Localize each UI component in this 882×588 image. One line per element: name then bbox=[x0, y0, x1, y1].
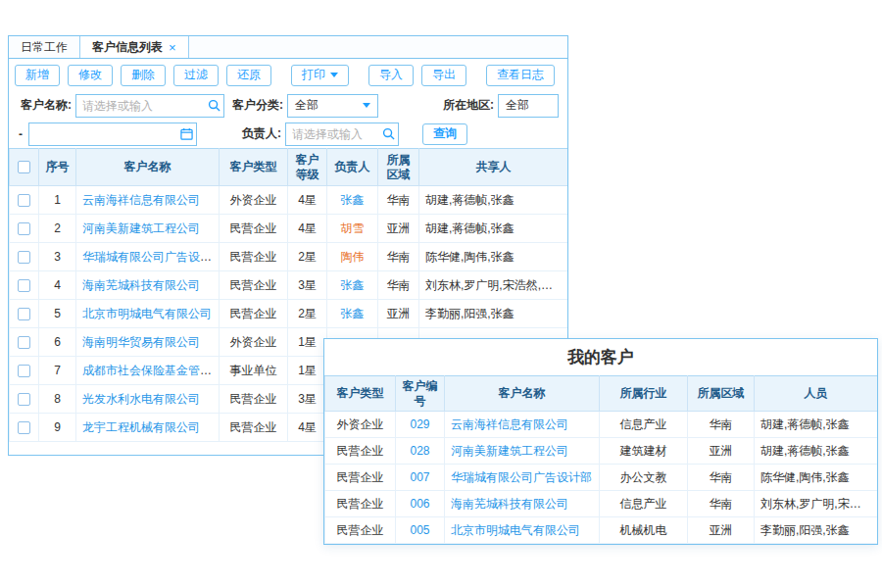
select-all-checkbox[interactable] bbox=[18, 161, 30, 173]
customer-name-link[interactable]: 海南芜城科技有限公司 bbox=[82, 278, 200, 292]
customer-name-link[interactable]: 云南海祥信息有限公司 bbox=[82, 193, 200, 207]
table-row[interactable]: 民营企业007华瑞城有限公司广告设计部办公文教华南陈华健,陶伟,张鑫 bbox=[325, 465, 878, 491]
customer-name-link[interactable]: 北京市明城电气有限公司 bbox=[451, 523, 580, 537]
owner-input[interactable] bbox=[285, 122, 399, 146]
row-number-cell: 8 bbox=[39, 385, 76, 414]
table-row[interactable]: 4海南芜城科技有限公司民营企业3星张鑫华南刘东林,罗广明,宋浩然,张鑫 bbox=[10, 271, 568, 300]
industry-cell: 信息产业 bbox=[600, 412, 688, 438]
restore-button[interactable]: 还原 bbox=[226, 65, 271, 86]
customer-code-cell: 028 bbox=[396, 438, 445, 465]
customer-name-link[interactable]: 云南海祥信息有限公司 bbox=[451, 417, 568, 431]
industry-cell: 机械机电 bbox=[600, 517, 688, 544]
import-button[interactable]: 导入 bbox=[368, 65, 414, 86]
table-row[interactable]: 民营企业028河南美新建筑工程公司建筑建材亚洲胡建,蒋德帧,张鑫 bbox=[325, 438, 878, 465]
owner-input-text[interactable] bbox=[286, 123, 378, 145]
customer-name-link[interactable]: 海南明华贸易有限公司 bbox=[82, 335, 200, 349]
row-checkbox-cell bbox=[10, 300, 39, 328]
date-range-dash: - bbox=[19, 127, 23, 141]
customer-category-select[interactable]: 全部 bbox=[287, 94, 378, 118]
owner-label: 负责人: bbox=[242, 125, 281, 142]
column-header: 人员 bbox=[755, 376, 878, 412]
tab-bar: 日常工作客户信息列表× bbox=[9, 36, 567, 59]
customer-level-cell: 2星 bbox=[288, 300, 327, 328]
tab-customer-list[interactable]: 客户信息列表× bbox=[80, 36, 189, 58]
owner-link[interactable]: 陶伟 bbox=[341, 250, 365, 264]
row-checkbox[interactable] bbox=[18, 308, 30, 320]
row-checkbox[interactable] bbox=[18, 336, 30, 349]
owner-cell: 张鑫 bbox=[327, 271, 378, 300]
customer-name-link[interactable]: 光发水利水电有限公司 bbox=[82, 392, 200, 406]
toolbar: 新增修改删除过滤还原打印导入导出查看日志 bbox=[9, 59, 567, 91]
customer-code-link[interactable]: 028 bbox=[410, 444, 429, 458]
table-row[interactable]: 2河南美新建筑工程公司民营企业4星胡雪亚洲胡建,蒋德帧,张鑫 bbox=[10, 215, 568, 243]
date-input-text[interactable] bbox=[29, 123, 176, 145]
customer-code-link[interactable]: 029 bbox=[410, 417, 429, 431]
print-button[interactable]: 打印 bbox=[291, 65, 349, 86]
customer-name-link[interactable]: 成都市社会保险基金管理... bbox=[82, 364, 220, 377]
customer-type-cell: 外资企业 bbox=[220, 186, 288, 215]
region-cell: 亚洲 bbox=[378, 300, 419, 328]
row-checkbox[interactable] bbox=[18, 421, 30, 434]
customer-level-cell: 1星 bbox=[288, 328, 327, 357]
people-cell: 陈华健,陶伟,张鑫 bbox=[755, 465, 878, 491]
shared-people-cell: 李勤丽,阳强,张鑫 bbox=[419, 300, 568, 328]
row-checkbox-cell bbox=[10, 328, 39, 357]
row-checkbox[interactable] bbox=[18, 365, 30, 377]
customer-name-link[interactable]: 龙宇工程机械有限公司 bbox=[82, 420, 200, 434]
customer-code-cell: 005 bbox=[396, 517, 445, 544]
tab-daily-work[interactable]: 日常工作 bbox=[9, 36, 80, 58]
customer-code-cell: 007 bbox=[396, 465, 445, 491]
owner-link[interactable]: 张鑫 bbox=[341, 307, 365, 320]
calendar-icon[interactable] bbox=[176, 123, 196, 145]
search-icon[interactable] bbox=[378, 123, 398, 145]
view-log-button[interactable]: 查看日志 bbox=[486, 65, 555, 86]
date-input[interactable] bbox=[28, 122, 197, 146]
search-icon[interactable] bbox=[204, 95, 223, 117]
region-select[interactable]: 全部 bbox=[498, 94, 559, 118]
button-label: 新增 bbox=[25, 67, 49, 83]
owner-link[interactable]: 张鑫 bbox=[341, 278, 365, 292]
table-row[interactable]: 5北京市明城电气有限公司民营企业2星张鑫亚洲李勤丽,阳强,张鑫 bbox=[10, 300, 568, 328]
customer-name-link[interactable]: 河南美新建筑工程公司 bbox=[451, 444, 568, 458]
query-button[interactable]: 查询 bbox=[422, 123, 467, 145]
my-customers-table-body: 外资企业029云南海祥信息有限公司信息产业华南胡建,蒋德帧,张鑫民营企业028河… bbox=[325, 412, 878, 544]
customer-type-cell: 民营企业 bbox=[220, 271, 288, 300]
row-checkbox-cell bbox=[10, 385, 39, 414]
region-label: 所在地区: bbox=[443, 97, 494, 114]
customer-name-input[interactable] bbox=[75, 94, 224, 118]
customer-name-link[interactable]: 华瑞城有限公司广告设计部 bbox=[82, 250, 220, 264]
owner-link[interactable]: 张鑫 bbox=[341, 193, 365, 207]
customer-name-link[interactable]: 北京市明城电气有限公司 bbox=[82, 307, 212, 320]
column-header: 客户类型 bbox=[220, 149, 288, 186]
customer-name-link[interactable]: 华瑞城有限公司广告设计部 bbox=[451, 470, 592, 484]
customer-name-link[interactable]: 河南美新建筑工程公司 bbox=[82, 221, 200, 235]
table-row[interactable]: 民营企业005北京市明城电气有限公司机械机电亚洲李勤丽,阳强,张鑫 bbox=[325, 517, 878, 544]
row-checkbox[interactable] bbox=[18, 194, 30, 207]
people-cell: 胡建,蒋德帧,张鑫 bbox=[755, 412, 878, 438]
close-icon[interactable]: × bbox=[169, 41, 176, 54]
customer-name-link[interactable]: 海南芜城科技有限公司 bbox=[451, 497, 568, 511]
table-row[interactable]: 3华瑞城有限公司广告设计部民营企业2星陶伟华南陈华健,陶伟,张鑫 bbox=[10, 243, 568, 271]
shared-people-cell: 胡建,蒋德帧,张鑫 bbox=[419, 186, 568, 215]
row-checkbox[interactable] bbox=[18, 222, 30, 235]
add-button[interactable]: 新增 bbox=[15, 65, 60, 86]
filter-button[interactable]: 过滤 bbox=[173, 65, 219, 86]
customer-code-link[interactable]: 007 bbox=[410, 470, 429, 484]
row-checkbox[interactable] bbox=[18, 279, 30, 292]
delete-button[interactable]: 删除 bbox=[121, 65, 166, 86]
owner-link[interactable]: 胡雪 bbox=[341, 221, 365, 235]
edit-button[interactable]: 修改 bbox=[68, 65, 113, 86]
table-row[interactable]: 外资企业029云南海祥信息有限公司信息产业华南胡建,蒋德帧,张鑫 bbox=[325, 412, 878, 438]
customer-name-cell: 云南海祥信息有限公司 bbox=[76, 186, 220, 215]
customer-code-link[interactable]: 005 bbox=[410, 523, 429, 537]
customer-name-cell: 北京市明城电气有限公司 bbox=[445, 517, 600, 544]
row-checkbox[interactable] bbox=[18, 393, 30, 406]
row-checkbox-cell bbox=[10, 414, 39, 442]
customer-name-input-text[interactable] bbox=[76, 95, 204, 117]
main-header-row: 序号客户名称客户类型客户等级负责人所属区域共享人 bbox=[10, 149, 568, 186]
table-row[interactable]: 1云南海祥信息有限公司外资企业4星张鑫华南胡建,蒋德帧,张鑫 bbox=[10, 186, 568, 215]
export-button[interactable]: 导出 bbox=[421, 65, 466, 86]
row-checkbox[interactable] bbox=[18, 251, 30, 264]
customer-code-link[interactable]: 006 bbox=[410, 497, 429, 511]
table-row[interactable]: 民营企业006海南芜城科技有限公司信息产业华南刘东林,罗广明,宋浩然... bbox=[325, 491, 878, 517]
